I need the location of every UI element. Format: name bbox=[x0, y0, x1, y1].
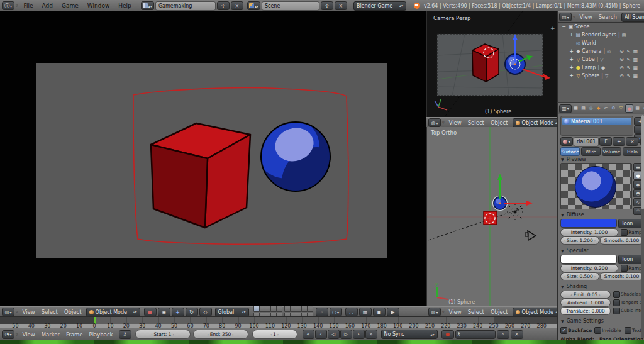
restrict-view-icon[interactable]: ⊙ bbox=[618, 57, 625, 62]
next-keyframe-button[interactable]: › bbox=[353, 330, 365, 339]
outliner-menu-search[interactable]: Search bbox=[596, 14, 620, 20]
constraints-tab-icon[interactable]: ⊂ bbox=[602, 104, 609, 111]
screen-layout-icon[interactable]: ▴▾ bbox=[141, 1, 154, 10]
collapse-icon[interactable]: ▿ bbox=[16, 3, 18, 8]
screen-delete-button[interactable]: × bbox=[231, 1, 243, 10]
backface-culling-checkbox[interactable]: ✓ bbox=[560, 327, 567, 334]
expand-toggle-icon[interactable]: + bbox=[568, 73, 575, 79]
shading-section-header[interactable]: ▼Shading bbox=[561, 284, 587, 289]
timeline-menu-view[interactable]: View bbox=[19, 331, 38, 338]
collapse-icon[interactable]: ▿ bbox=[16, 332, 18, 337]
restrict-select-icon[interactable]: ↖ bbox=[625, 48, 632, 54]
preview-section-header[interactable]: ▼Preview bbox=[561, 157, 586, 162]
collapse-icon[interactable]: ▿ bbox=[16, 309, 18, 314]
editor-type-3dview-icon[interactable]: ◍▾ bbox=[428, 118, 441, 127]
view3d-menu-view[interactable]: View bbox=[19, 309, 38, 315]
specular-smooth-slider[interactable]: Smooth: 0.100 bbox=[600, 272, 643, 280]
layer-toggle-5[interactable] bbox=[276, 306, 282, 312]
timeline-ruler[interactable]: -50-40-30-20-100102030405060708090100110… bbox=[0, 316, 557, 328]
main-mode-select[interactable]: Object Mode▴▾ bbox=[86, 308, 140, 317]
view3d-menu-select[interactable]: Select bbox=[38, 309, 61, 315]
current-frame-field[interactable]: ‹1› bbox=[252, 330, 297, 339]
timeline-menu-marker[interactable]: Marker bbox=[38, 331, 63, 338]
ortho-menu-select[interactable]: Select bbox=[465, 309, 487, 315]
snap-magnet-button[interactable]: ◡ bbox=[345, 308, 358, 316]
scene-field[interactable]: Scene bbox=[262, 1, 319, 11]
diffuse-size-slider[interactable]: ‹Size: 1.200› bbox=[560, 236, 599, 245]
outliner-filter-select[interactable]: All Scenes▾ bbox=[621, 13, 644, 22]
menu-add[interactable]: Add bbox=[38, 3, 57, 9]
scene-icon[interactable]: ▴▾ bbox=[247, 1, 260, 10]
expand-toggle-icon[interactable]: − bbox=[560, 24, 567, 30]
editor-type-timeline-icon[interactable]: ◔▾ bbox=[2, 330, 14, 339]
outliner-item-renderlayers[interactable]: +▤RenderLayers|▤ bbox=[558, 31, 644, 39]
menu-game[interactable]: Game bbox=[57, 3, 83, 9]
unlink-material-button[interactable]: × bbox=[626, 137, 638, 146]
manipulator-rotate-button[interactable]: ↻ bbox=[186, 308, 198, 316]
engine-select[interactable]: Blender Game▴▾ bbox=[353, 1, 406, 11]
expand-toggle-icon[interactable]: + bbox=[568, 57, 575, 62]
restrict-render-icon[interactable]: ▦ bbox=[632, 73, 639, 79]
region-expand-icon[interactable]: + bbox=[550, 25, 555, 31]
frame-start-field[interactable]: ‹Start: 1› bbox=[135, 330, 191, 339]
diffuse-ramp-checkbox[interactable] bbox=[621, 229, 628, 236]
scene-add-button[interactable]: ✢ bbox=[321, 1, 333, 10]
menu-window[interactable]: Window bbox=[83, 3, 114, 9]
texture-tab-icon[interactable]: ▩ bbox=[634, 104, 641, 111]
new-material-button[interactable]: + bbox=[613, 137, 625, 146]
restrict-render-icon[interactable]: ▦ bbox=[632, 57, 639, 62]
collapse-icon[interactable]: ▿ bbox=[442, 120, 445, 125]
specular-shader-select[interactable]: Toon▴▾ bbox=[618, 255, 644, 264]
editor-type-properties-icon[interactable]: ▥▾ bbox=[559, 104, 572, 113]
restrict-render-icon[interactable]: ▦ bbox=[632, 65, 639, 70]
collapse-icon[interactable]: ▿ bbox=[442, 309, 445, 314]
material-tab-wire[interactable]: Wire bbox=[581, 147, 601, 156]
material-name-field[interactable]: rial.001 bbox=[574, 137, 599, 147]
lock-to-scene-icon[interactable]: ◦ bbox=[316, 308, 328, 316]
restrict-view-icon[interactable]: ⊙ bbox=[618, 65, 625, 70]
autokey-icon[interactable]: ⚷ bbox=[119, 330, 131, 339]
play-reverse-button[interactable]: ◁ bbox=[328, 330, 340, 339]
ortho-menu-object[interactable]: Object bbox=[487, 309, 511, 315]
specular-ramp-checkbox[interactable] bbox=[621, 265, 628, 272]
diffuse-smooth-slider[interactable]: Smooth: 0.100 bbox=[600, 236, 643, 245]
ambient-slider[interactable]: Ambient: 1.000 bbox=[560, 299, 611, 307]
menu-file[interactable]: File bbox=[19, 3, 38, 9]
main-3d-viewport[interactable] bbox=[0, 11, 426, 306]
specular-size-slider[interactable]: ‹Size: 0.500› bbox=[560, 272, 599, 280]
top-ortho-viewport[interactable]: y x Top Ortho (1) Sphere bbox=[426, 127, 558, 306]
diffuse-color-swatch[interactable] bbox=[560, 219, 617, 228]
restrict-render-icon[interactable]: ▦ bbox=[632, 48, 639, 54]
shadeless-checkbox[interactable] bbox=[613, 291, 620, 298]
editor-type-outliner-icon[interactable]: ▤▾ bbox=[559, 13, 572, 21]
material-tab-volume[interactable]: Volume bbox=[602, 147, 621, 156]
world-tab-icon[interactable]: ◎ bbox=[587, 104, 594, 111]
outliner-item-sphere[interactable]: +▽Sphere|▽⊙↖▦ bbox=[558, 72, 644, 80]
camera-menu-object[interactable]: Object bbox=[487, 119, 511, 126]
object-data-tab-icon[interactable]: ▽ bbox=[618, 104, 625, 111]
camera-mode-select[interactable]: Object Mode▴▾ bbox=[513, 118, 562, 128]
manipulator-translate-button[interactable]: + bbox=[172, 308, 184, 316]
scene-delete-button[interactable]: × bbox=[335, 1, 347, 10]
timeline-menu-frame[interactable]: Frame bbox=[63, 331, 86, 338]
screen-add-button[interactable]: ✢ bbox=[217, 1, 230, 10]
render-opengl-button[interactable]: ▣ bbox=[373, 308, 386, 316]
editor-type-3dview-icon[interactable]: ◍▾ bbox=[2, 308, 14, 316]
view3d-menu-object[interactable]: Object bbox=[61, 309, 85, 315]
layer-toggle-15[interactable] bbox=[307, 306, 313, 312]
pivot-center-dropdown[interactable]: ◉ bbox=[158, 308, 170, 316]
jump-to-start-button[interactable]: « bbox=[303, 330, 314, 339]
restrict-select-icon[interactable]: ↖ bbox=[625, 65, 632, 70]
diffuse-section-header[interactable]: ▼Diffuse bbox=[561, 212, 584, 218]
invisible-checkbox[interactable] bbox=[594, 327, 601, 334]
snap-element-dropdown[interactable]: ▦ bbox=[359, 308, 372, 316]
cube-object[interactable] bbox=[151, 123, 250, 228]
emit-slider[interactable]: ‹Emit: 0.05› bbox=[560, 291, 611, 299]
delete-keyframe-button[interactable]: × bbox=[511, 330, 523, 339]
ortho-mode-select[interactable]: Object Mode▴▾ bbox=[513, 308, 562, 317]
editor-type-info-icon[interactable]: ⓘ▾ bbox=[2, 1, 14, 10]
scrollbar-thumb[interactable] bbox=[641, 115, 644, 209]
properties-scrollbar[interactable] bbox=[641, 115, 644, 338]
object-tab-icon[interactable]: ◆ bbox=[595, 104, 602, 111]
collapse-icon[interactable]: ▿ bbox=[573, 14, 575, 19]
